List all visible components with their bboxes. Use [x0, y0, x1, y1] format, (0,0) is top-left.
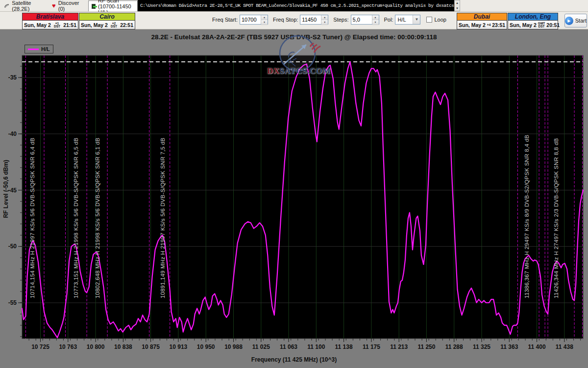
svg-text:-45: -45 — [8, 187, 17, 194]
clock-date: Sun, May 2 — [24, 22, 51, 28]
x-axis-label: Frequency (11 425 MHz) (10^3) — [0, 356, 588, 363]
pol-select-value: H/L — [397, 17, 406, 23]
tab-discover-label: Discover (0) — [58, 0, 84, 12]
tab-rf-scan[interactable]: RF Scan (10700-11450 H/L) — [88, 0, 138, 11]
spinner-up-icon[interactable]: ▲ — [261, 15, 268, 20]
clock-time: 20:51 — [546, 22, 560, 28]
spinner-down-icon[interactable]: ▼ — [321, 20, 328, 25]
svg-text:11 138: 11 138 — [335, 343, 353, 350]
start-button-label: Start — [575, 18, 587, 24]
clock-london: London, Eng Sun, May 2 GMTDST 20:51 — [508, 13, 558, 29]
clock-timezone: +1DST — [52, 22, 62, 28]
svg-text:10 725: 10 725 — [31, 343, 49, 350]
svg-text:11 400: 11 400 — [528, 343, 546, 350]
spinner-up-icon[interactable]: ▲ — [321, 15, 328, 20]
clock-date: Sun, May 2 — [459, 22, 486, 28]
svg-text:10 950: 10 950 — [197, 343, 215, 350]
svg-text:11 288: 11 288 — [445, 343, 463, 350]
clock-timezone: +2DST — [109, 22, 119, 28]
clock-city: Dubai — [457, 13, 507, 21]
satellite-dish-icon — [4, 3, 9, 9]
svg-text:11 213: 11 213 — [390, 343, 408, 350]
start-button[interactable]: ▶ Start — [564, 14, 587, 27]
clock-date: Sun, May 2 — [81, 22, 108, 28]
clock-dubai: Dubai Sun, May 2 +4 23:51 — [457, 13, 507, 29]
clock-time: 22:51 — [120, 22, 133, 28]
freq-start-label: Freq Start: — [212, 17, 238, 23]
freq-stop-label: Freq Stop: — [273, 17, 298, 23]
spectrum-chart-panel: 28.2E - Eutelsat 28A-2A-2E-2F (TBS 5927 … — [0, 29, 588, 368]
loop-checkbox[interactable] — [426, 17, 432, 23]
svg-text:-35: -35 — [8, 74, 17, 81]
tab-satellite-label: Satellite (28.2E) — [12, 0, 45, 12]
top-tab-bar: Satellite (28.2E) ♥ Discover (0) RF Scan… — [0, 0, 588, 12]
clock-date: Sun, May 2 — [510, 22, 537, 28]
heart-icon: ♥ — [52, 3, 56, 8]
svg-text:-55: -55 — [8, 299, 17, 306]
console-scrollbar[interactable]: ▲ ▼ — [454, 0, 460, 11]
control-bar: Bratislava Sun, May 2 +1DST 21:51 Cairo … — [0, 12, 588, 29]
clock-timezone: GMTDST — [538, 22, 545, 28]
clock-cairo: Cairo Sun, May 2 +2DST 22:51 — [79, 13, 135, 29]
clock-city: Cairo — [79, 13, 135, 21]
steps-stepper: ▲▼ — [351, 15, 379, 25]
scroll-up-icon[interactable]: ▲ — [456, 1, 459, 4]
freq-stop-stepper: ▲▼ — [300, 15, 328, 25]
spinner-down-icon[interactable]: ▼ — [372, 20, 379, 25]
spinner-down-icon[interactable]: ▼ — [261, 20, 268, 25]
steps-input[interactable] — [351, 15, 372, 24]
scan-controls: Freq Start: ▲▼ Freq Stop: ▲▼ Steps: ▲▼ P… — [212, 15, 446, 25]
svg-text:-40: -40 — [8, 131, 17, 137]
clocks-right: Dubai Sun, May 2 +4 23:51 London, Eng Su… — [457, 13, 559, 29]
freq-stop-input[interactable] — [300, 15, 321, 24]
clock-bratislava: Bratislava Sun, May 2 +1DST 21:51 — [22, 13, 78, 29]
clock-city: Bratislava — [23, 13, 78, 21]
svg-text:10891,149 MHz H 21997 KS/s 5/6: 10891,149 MHz H 21997 KS/s 5/6 DVB-S/QPS… — [160, 137, 166, 298]
freq-start-stepper: ▲▼ — [240, 15, 268, 25]
svg-text:11 025: 11 025 — [252, 343, 270, 350]
clock-timezone: +4 — [487, 24, 490, 26]
loop-label: Loop — [434, 17, 446, 23]
clock-time: 21:51 — [63, 22, 76, 28]
steps-label: Steps: — [333, 17, 348, 23]
svg-text:10 875: 10 875 — [142, 343, 160, 350]
svg-text:11 325: 11 325 — [473, 343, 490, 350]
svg-text:10802,648 MHz H 21998 KS/s 5/6: 10802,648 MHz H 21998 KS/s 5/6 DVB-S/QPS… — [95, 137, 100, 298]
svg-text:10773,151 MHz H 21998 KS/s 5/6: 10773,151 MHz H 21998 KS/s 5/6 DVB-S/QPS… — [73, 137, 79, 298]
svg-text:10 838: 10 838 — [114, 343, 132, 350]
svg-text:10 913: 10 913 — [170, 343, 188, 350]
svg-text:10714,154 MHz H 21997 KS/s 5/6: 10714,154 MHz H 21997 KS/s 5/6 DVB-S/QPS… — [29, 137, 35, 298]
freq-start-input[interactable] — [240, 15, 261, 24]
svg-text:11 250: 11 250 — [417, 343, 435, 350]
svg-text:10 800: 10 800 — [87, 343, 105, 350]
svg-text:11 363: 11 363 — [500, 343, 518, 350]
pol-label: Pol: — [384, 17, 393, 23]
console-title-bar: C:\Users\Roman Dávid>Astra 2E-28,5°E_UK … — [138, 0, 454, 11]
scroll-down-icon[interactable]: ▼ — [456, 7, 459, 10]
spectrum-plot: 10 72510 76310 80010 83810 87510 91310 9… — [0, 29, 588, 368]
svg-text:11 100: 11 100 — [307, 343, 325, 350]
svg-text:-50: -50 — [8, 243, 17, 250]
svg-text:11 438: 11 438 — [556, 343, 573, 350]
play-icon: ▶ — [565, 17, 573, 25]
pol-select[interactable]: H/L ▼ — [395, 15, 420, 25]
spinner-up-icon[interactable]: ▲ — [372, 15, 379, 20]
clocks-left: Bratislava Sun, May 2 +1DST 21:51 Cairo … — [22, 13, 136, 29]
svg-text:10 763: 10 763 — [59, 343, 77, 350]
svg-text:11386,367 MHz H 29497 KS/s 8/9: 11386,367 MHz H 29497 KS/s 8/9 DVB-S2/QP… — [524, 135, 530, 298]
tab-discover[interactable]: ♥ Discover (0) — [49, 0, 87, 11]
chevron-down-icon: ▼ — [413, 15, 420, 24]
svg-text:11 175: 11 175 — [363, 343, 380, 350]
svg-text:11426,344 MHz H 27497 KS/s 2/3: 11426,344 MHz H 27497 KS/s 2/3 DVB-S/QPS… — [553, 138, 559, 298]
clock-time: 23:51 — [492, 22, 505, 28]
clock-city: London, Eng — [508, 13, 558, 21]
svg-text:10 988: 10 988 — [224, 343, 243, 350]
rf-scan-icon — [92, 4, 96, 9]
svg-text:11 063: 11 063 — [280, 343, 297, 350]
tab-satellite[interactable]: Satellite (28.2E) — [1, 0, 48, 11]
